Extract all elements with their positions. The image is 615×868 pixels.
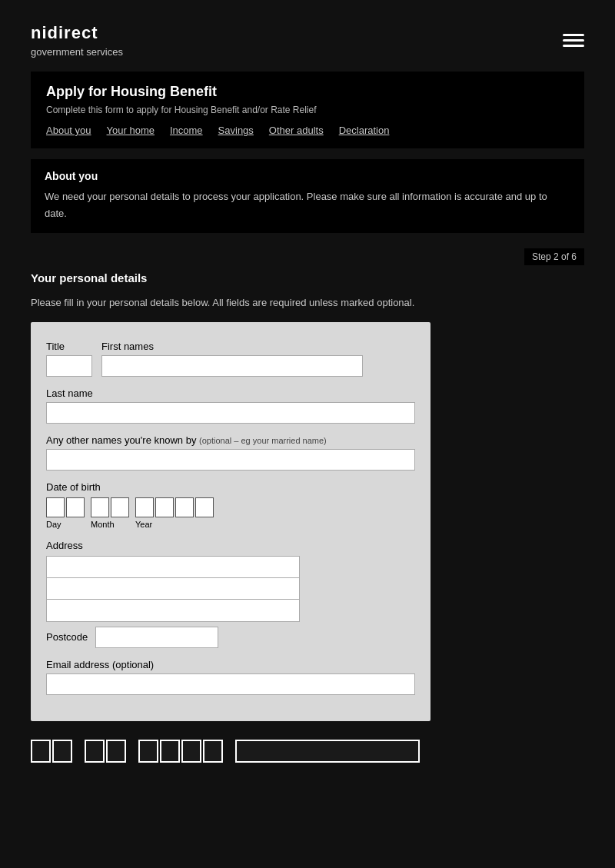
othernames-input[interactable] — [46, 449, 415, 471]
menu-item-savings[interactable]: Savings — [218, 125, 254, 136]
dob-day-boxes — [46, 497, 85, 517]
menu-item-other-adults[interactable]: Other adults — [269, 125, 324, 136]
menu-item-declaration[interactable]: Declaration — [339, 125, 390, 136]
lastname-row: Last name — [46, 387, 415, 424]
address-line1-input[interactable] — [47, 557, 299, 578]
postcode-label: Postcode — [46, 631, 88, 643]
postcode-input[interactable] — [95, 627, 218, 648]
dob-day-box1[interactable] — [46, 497, 65, 517]
lastname-group: Last name — [46, 387, 415, 424]
bottom-year-box2[interactable] — [160, 740, 180, 763]
firstnames-label: First names — [101, 341, 363, 352]
dob-month-group: Month — [91, 497, 129, 529]
dob-year-label: Year — [135, 520, 152, 529]
intro-text: Please fill in your personal details bel… — [31, 295, 584, 311]
bottom-dob-row — [31, 740, 584, 763]
email-row: Email address (optional) — [46, 659, 415, 695]
menu-item-about-you[interactable]: About you — [46, 125, 91, 136]
lastname-label: Last name — [46, 387, 415, 399]
title-group: Title — [46, 341, 92, 377]
bottom-month-boxes — [85, 740, 126, 763]
bottom-year-box4[interactable] — [203, 740, 223, 763]
dob-month-label: Month — [91, 520, 115, 529]
bottom-day-boxes — [31, 740, 72, 763]
bottom-year-box1[interactable] — [138, 740, 158, 763]
bottom-day-box2[interactable] — [52, 740, 72, 763]
address-label: Address — [46, 540, 415, 551]
dob-month-box2[interactable] — [111, 497, 129, 517]
dob-year-group: Year — [135, 497, 214, 529]
section-menu: About you Your home Income Savings Other… — [46, 125, 569, 136]
dob-month-boxes — [91, 497, 129, 517]
address-line3-input[interactable] — [47, 600, 299, 621]
firstnames-group: First names — [101, 341, 363, 377]
step-indicator: Step 2 of 6 — [524, 248, 584, 265]
title-label: Title — [46, 341, 92, 352]
bottom-year-boxes — [138, 740, 223, 763]
bottom-long-input[interactable] — [235, 740, 420, 763]
email-input[interactable] — [46, 673, 415, 695]
dob-year-box4[interactable] — [195, 497, 214, 517]
postcode-row: Postcode — [46, 627, 415, 648]
dob-label: Date of birth — [46, 481, 415, 493]
dob-year-box1[interactable] — [135, 497, 154, 517]
menu-item-your-home[interactable]: Your home — [107, 125, 155, 136]
firstnames-input[interactable] — [101, 355, 363, 377]
dob-day-group: Day — [46, 497, 85, 529]
lastname-input[interactable] — [46, 402, 415, 424]
site-branding: nidirect government services — [31, 23, 123, 58]
othernames-label: Any other names you're known by (optiona… — [46, 434, 415, 446]
bottom-month-box2[interactable] — [106, 740, 126, 763]
email-group: Email address (optional) — [46, 659, 415, 695]
dob-fields: Day Month — [46, 497, 415, 529]
hamburger-line-3 — [563, 45, 584, 47]
bottom-month-box1[interactable] — [85, 740, 105, 763]
step-bar: Step 2 of 6 — [31, 248, 584, 265]
menu-item-income[interactable]: Income — [170, 125, 203, 136]
site-title: nidirect — [31, 23, 123, 43]
instructions-text: We need your personal details to process… — [45, 188, 570, 222]
dob-month-box1[interactable] — [91, 497, 109, 517]
top-region-sub: Complete this form to apply for Housing … — [46, 105, 569, 115]
hamburger-line-2 — [563, 39, 584, 42]
title-input[interactable] — [46, 355, 92, 377]
dob-year-boxes — [135, 497, 214, 517]
instructions-box: About you We need your personal details … — [31, 159, 584, 233]
dob-section: Date of birth Day Month — [46, 481, 415, 529]
top-region-title: Apply for Housing Benefit — [46, 84, 569, 100]
instructions-heading: About you — [45, 170, 570, 182]
form-section-title: Your personal details — [31, 271, 584, 284]
bottom-year-box3[interactable] — [181, 740, 201, 763]
menu-icon[interactable] — [563, 34, 584, 47]
othernames-optional-note: (optional – eg your married name) — [199, 436, 327, 445]
top-bar: nidirect government services — [31, 23, 584, 58]
address-section: Address Postcode — [46, 540, 415, 648]
personal-details-form: Title First names Last name Any other na… — [31, 322, 430, 721]
othernames-row: Any other names you're known by (optiona… — [46, 434, 415, 471]
dob-day-box2[interactable] — [66, 497, 85, 517]
site-subtitle: government services — [31, 46, 123, 58]
address-lines — [46, 556, 300, 622]
hamburger-line-1 — [563, 34, 584, 36]
dob-day-label: Day — [46, 520, 62, 529]
bottom-day-box1[interactable] — [31, 740, 51, 763]
othernames-group: Any other names you're known by (optiona… — [46, 434, 415, 471]
email-label: Email address (optional) — [46, 659, 415, 670]
top-region: Apply for Housing Benefit Complete this … — [31, 72, 584, 148]
address-line2-input[interactable] — [47, 578, 299, 600]
top-bar-right — [563, 34, 584, 47]
title-firstname-row: Title First names — [46, 341, 415, 377]
dob-year-box2[interactable] — [155, 497, 174, 517]
dob-year-box3[interactable] — [175, 497, 194, 517]
